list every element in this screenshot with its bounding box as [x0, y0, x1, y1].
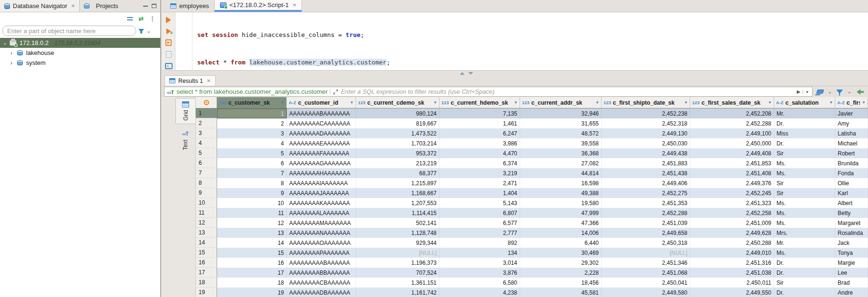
- grid-cell[interactable]: AAAAAAAAPAAAAAAA: [287, 248, 356, 258]
- grid-cell[interactable]: 6,577: [439, 218, 520, 228]
- minimize-icon[interactable]: [143, 6, 148, 7]
- chevron-down-icon[interactable]: ⌄: [828, 89, 832, 95]
- grid-cell[interactable]: Karl: [835, 188, 868, 198]
- row-number[interactable]: 17: [196, 268, 217, 278]
- grid-cell[interactable]: 6,247: [439, 128, 520, 138]
- column-dropdown-icon[interactable]: ▼: [281, 100, 284, 105]
- row-number[interactable]: 4: [196, 138, 217, 148]
- grid-cell[interactable]: Brunilda: [835, 158, 868, 168]
- grid-cell[interactable]: 2,452,318: [602, 118, 690, 128]
- grid-cell[interactable]: 1,461: [439, 118, 520, 128]
- grid-cell[interactable]: 2,451,883: [602, 158, 690, 168]
- grid-cell[interactable]: 2,451,438: [602, 168, 690, 178]
- link-with-editor-icon[interactable]: ⇄: [138, 16, 144, 22]
- row-number[interactable]: 5: [196, 148, 217, 158]
- grid-cell[interactable]: 11: [217, 208, 287, 218]
- column-header-c_first_sales_date_sk[interactable]: 123c_first_sales_date_sk▼: [690, 97, 774, 108]
- grid-cell[interactable]: 2,471: [439, 178, 520, 188]
- grid-cell[interactable]: 2,451,408: [690, 168, 774, 178]
- grid-cell[interactable]: 1,215,897: [356, 178, 439, 188]
- filter-input[interactable]: <>T select * from lakehouse.customer_ana…: [164, 87, 813, 97]
- column-header-c_current_addr_sk[interactable]: 123c_current_addr_sk▼: [520, 97, 602, 108]
- grid-cell[interactable]: 49,388: [520, 188, 602, 198]
- grid-cell[interactable]: 2,451,009: [690, 218, 774, 228]
- execute-new-tab-icon[interactable]: +: [166, 28, 171, 34]
- filter-history-icon[interactable]: ▾: [803, 90, 810, 94]
- grid-cell[interactable]: Mr.: [774, 108, 835, 118]
- grid-cell[interactable]: 2,452,275: [602, 188, 690, 198]
- grid-cell[interactable]: 14,006: [520, 228, 602, 238]
- grid-cell[interactable]: 48,572: [520, 128, 602, 138]
- tab-results-1[interactable]: Results 1 ✕: [164, 75, 216, 86]
- grid-cell[interactable]: 1,168,667: [356, 188, 439, 198]
- grid-cell[interactable]: 929,344: [356, 238, 439, 248]
- grid-cell[interactable]: 8: [217, 178, 287, 188]
- tree-item-system[interactable]: › system: [0, 58, 160, 68]
- tree-item-connection[interactable]: ⌄ 172.18.0.2 172.18.0.2:31604: [0, 38, 160, 48]
- grid-cell[interactable]: 4: [217, 138, 287, 148]
- grid-cell[interactable]: 1,128,748: [356, 228, 439, 238]
- grid-cell[interactable]: Ms.: [774, 158, 835, 168]
- grid-cell[interactable]: 36,368: [520, 148, 602, 158]
- row-number[interactable]: 7: [196, 168, 217, 178]
- grid-cell[interactable]: 31,655: [520, 118, 602, 128]
- grid-cell[interactable]: 6,374: [439, 158, 520, 168]
- chevron-right-icon[interactable]: ›: [10, 50, 17, 56]
- grid-cell[interactable]: Ms.: [774, 208, 835, 218]
- filter-funnel-icon[interactable]: [138, 29, 144, 33]
- view-menu-icon[interactable]: ⋮: [149, 16, 155, 22]
- grid-cell[interactable]: 1,114,415: [356, 208, 439, 218]
- grid-cell[interactable]: 2,449,550: [690, 288, 774, 297]
- row-number[interactable]: 15: [196, 248, 217, 258]
- grid-cell[interactable]: 4,238: [439, 288, 520, 297]
- grid-cell[interactable]: 17: [217, 268, 287, 278]
- grid-cell[interactable]: 15: [217, 248, 287, 258]
- grid-cell[interactable]: 68,377: [356, 168, 439, 178]
- grid-cell[interactable]: 2,449,580: [602, 288, 690, 297]
- grid-cell[interactable]: Sir: [774, 148, 835, 158]
- apply-filter-icon[interactable]: ▶: [797, 89, 801, 94]
- grid-cell[interactable]: AAAAAAAAJAAAAAAA: [287, 188, 356, 198]
- column-dropdown-icon[interactable]: ▼: [829, 100, 833, 105]
- grid-cell[interactable]: 2,449,438: [602, 148, 690, 158]
- grid-cell[interactable]: 2,450,318: [602, 238, 690, 248]
- row-number[interactable]: 18: [196, 278, 217, 288]
- grid-cell[interactable]: AAAAAAAACBAAAAAA: [287, 278, 356, 288]
- close-icon[interactable]: ✕: [71, 3, 75, 9]
- column-header-c_current_hdemo_sk[interactable]: 123c_current_hdemo_sk▼: [439, 97, 520, 108]
- grid-cell[interactable]: 4,470: [439, 148, 520, 158]
- grid-cell[interactable]: Dr.: [774, 258, 835, 268]
- column-header-c_first_shipto_date_sk[interactable]: 123c_first_shipto_date_sk▼: [602, 97, 690, 108]
- grid-cell[interactable]: 14: [217, 238, 287, 248]
- grid-cell[interactable]: 1,207,553: [356, 198, 439, 208]
- row-number[interactable]: 8: [196, 178, 217, 188]
- grid-cell[interactable]: 18,456: [520, 278, 602, 288]
- grid-cell[interactable]: 19,580: [520, 198, 602, 208]
- grid-cell[interactable]: Sir: [774, 178, 835, 188]
- row-number[interactable]: 12: [196, 218, 217, 228]
- grid-cell[interactable]: 3,219: [439, 168, 520, 178]
- chevron-down-icon[interactable]: ⌄: [847, 89, 851, 95]
- grid-cell[interactable]: 6,807: [439, 208, 520, 218]
- grid-cell[interactable]: 2,451,039: [602, 218, 690, 228]
- editor-results-splitter[interactable]: [162, 70, 868, 75]
- grid-cell[interactable]: 2,449,376: [690, 178, 774, 188]
- grid-cell[interactable]: 953,372: [356, 148, 439, 158]
- grid-cell[interactable]: Robert: [835, 148, 868, 158]
- grid-cell[interactable]: Mrs.: [774, 228, 835, 238]
- close-icon[interactable]: ✕: [207, 78, 210, 83]
- sql-console-icon[interactable]: >_: [165, 63, 173, 69]
- grid-cell[interactable]: AAAAAAAAFAAAAAAA: [287, 148, 356, 158]
- grid-cell[interactable]: 2,449,010: [690, 248, 774, 258]
- row-number[interactable]: 10: [196, 198, 217, 208]
- grid-cell[interactable]: Amy: [835, 118, 868, 128]
- grid-cell[interactable]: Jack: [835, 238, 868, 248]
- grid-cell[interactable]: 1,196,373: [356, 258, 439, 268]
- grid-cell[interactable]: 2,451,353: [602, 198, 690, 208]
- tab-employees[interactable]: employees: [165, 0, 214, 12]
- grid-cell[interactable]: AAAAAAAADBAAAAAA: [287, 288, 356, 297]
- grid-cell[interactable]: 2,450,000: [690, 138, 774, 148]
- grid-cell[interactable]: 502,141: [356, 218, 439, 228]
- grid-cell[interactable]: 47,999: [520, 208, 602, 218]
- collapse-all-icon[interactable]: [127, 17, 133, 20]
